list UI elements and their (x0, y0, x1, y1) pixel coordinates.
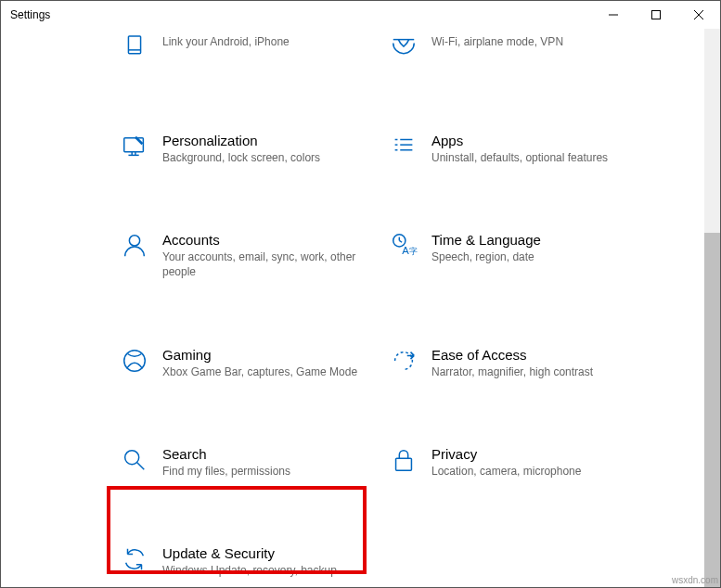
tile-network[interactable]: Wi-Fi, airplane mode, VPN (381, 34, 650, 75)
svg-rect-7 (124, 138, 144, 152)
tile-desc: Windows Update, recovery, backup (162, 563, 363, 578)
lock-icon (381, 446, 426, 474)
tile-phone[interactable]: Link your Android, iPhone (112, 34, 381, 75)
content-area: Link your Android, iPhone Wi-Fi, airplan… (1, 29, 703, 587)
svg-line-25 (137, 463, 145, 470)
svg-line-20 (399, 241, 402, 243)
svg-rect-4 (128, 36, 140, 54)
tile-update-security[interactable]: Update & Security Windows Update, recove… (112, 532, 381, 587)
window-controls (592, 1, 720, 29)
globe-icon (381, 34, 426, 62)
tile-title: Gaming (162, 347, 363, 363)
tile-desc: Background, lock screen, colors (162, 150, 363, 165)
tile-desc: Link your Android, iPhone (162, 34, 363, 49)
tile-desc: Speech, region, date (431, 249, 632, 264)
tile-apps[interactable]: Apps Uninstall, defaults, optional featu… (381, 120, 650, 178)
svg-point-24 (125, 450, 139, 464)
time-language-icon: A字 (381, 232, 426, 260)
svg-point-17 (129, 236, 139, 246)
tile-title: Personalization (162, 133, 363, 148)
tile-title: Update & Security (162, 545, 363, 561)
tile-privacy[interactable]: Privacy Location, camera, microphone (381, 433, 650, 492)
svg-text:字: 字 (409, 248, 418, 257)
watermark: wsxdn.com (672, 575, 718, 585)
tile-desc: Uninstall, defaults, optional features (431, 150, 632, 165)
svg-rect-26 (396, 458, 412, 470)
personalization-icon (112, 133, 157, 160)
settings-window: Settings Link your Android, iPhone (0, 0, 721, 588)
tile-title: Accounts (162, 232, 363, 248)
apps-icon (381, 133, 426, 160)
tile-desc: Xbox Game Bar, captures, Game Mode (162, 364, 363, 379)
phone-icon (112, 34, 157, 62)
tile-search[interactable]: Search Find my files, permissions (112, 433, 381, 492)
tile-time-language[interactable]: A字 Time & Language Speech, region, date (381, 219, 650, 292)
tile-title: Privacy (431, 446, 632, 462)
tile-gaming[interactable]: Gaming Xbox Game Bar, captures, Game Mod… (112, 334, 381, 392)
maximize-button[interactable] (635, 1, 677, 29)
tile-title: Ease of Access (431, 347, 632, 363)
minimize-button[interactable] (592, 1, 635, 29)
scrollbar-thumb[interactable] (704, 233, 720, 587)
tile-desc: Find my files, permissions (162, 464, 363, 479)
ease-of-access-icon (381, 347, 426, 375)
tile-title: Apps (431, 133, 632, 148)
svg-rect-1 (652, 11, 661, 19)
tile-desc: Your accounts, email, sync, work, other … (162, 249, 363, 279)
tile-title: Search (162, 446, 363, 462)
tile-desc: Narrator, magnifier, high contrast (431, 364, 632, 379)
tile-accounts[interactable]: Accounts Your accounts, email, sync, wor… (112, 219, 381, 292)
tile-desc: Location, camera, microphone (431, 464, 632, 479)
close-button[interactable] (677, 1, 720, 29)
titlebar: Settings (1, 1, 720, 29)
person-icon (112, 232, 157, 260)
tile-title: Time & Language (431, 232, 632, 248)
scrollbar[interactable] (704, 29, 720, 587)
xbox-icon (112, 347, 157, 375)
tile-desc: Wi-Fi, airplane mode, VPN (431, 34, 632, 49)
update-icon (112, 545, 157, 573)
search-icon (112, 446, 157, 474)
window-title: Settings (10, 8, 50, 21)
tile-personalization[interactable]: Personalization Background, lock screen,… (112, 120, 381, 178)
tile-ease-of-access[interactable]: Ease of Access Narrator, magnifier, high… (381, 334, 650, 392)
